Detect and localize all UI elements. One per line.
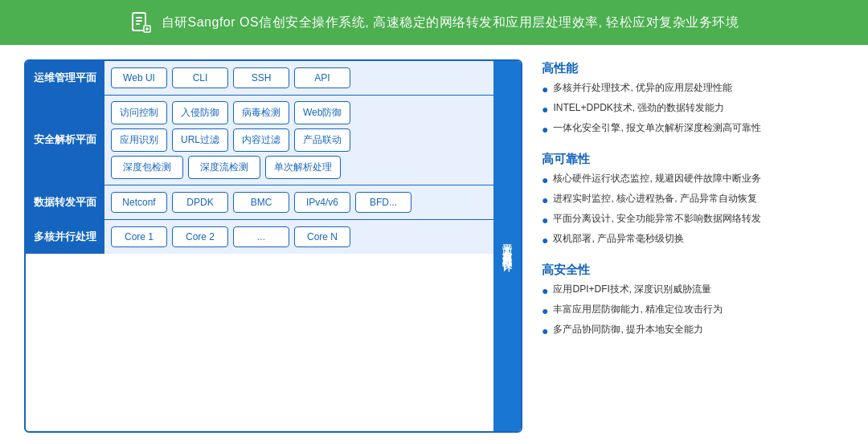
cell-dpdk: DPDK [172, 192, 228, 213]
bullet-icon: ● [542, 323, 548, 340]
top-banner: 自研Sangfor OS信创安全操作系统, 高速稳定的网络转发和应用层处理效率,… [0, 0, 868, 45]
bullet-icon: ● [542, 101, 548, 118]
sec-item-3: ● 多产品协同防御, 提升本地安全能力 [542, 322, 844, 340]
rel-item-1: ● 核心硬件运行状态监控, 规避因硬件故障中断业务 [542, 171, 844, 189]
cell-content-filter: 内容过滤 [233, 128, 289, 152]
perf-item-3: ● 一体化安全引擎, 报文单次解析深度检测高可靠性 [542, 120, 844, 138]
bullet-icon: ● [542, 81, 548, 98]
info-panel: 高性能 ● 多核并行处理技术, 优异的应用层处理性能 ● INTEL+DPDK技… [542, 59, 844, 433]
cell-coreN: Core N [294, 226, 350, 247]
cell-bfd: BFD... [355, 192, 411, 213]
ops-label: 运维管理平面 [26, 61, 104, 95]
cell-cli: CLI [172, 67, 228, 88]
rel-item-4: ● 双机部署, 产品异常毫秒级切换 [542, 231, 844, 249]
data-label: 数据转发平面 [26, 185, 104, 219]
security-line-3: 深度包检测 深度流检测 单次解析处理 [111, 156, 487, 179]
cell-core1: Core 1 [111, 226, 167, 247]
multicore-cells: Core 1 Core 2 ... Core N [104, 220, 493, 254]
sec-item-1: ● 应用DPI+DFI技术, 深度识别威胁流量 [542, 282, 844, 299]
bullet-icon: ● [542, 303, 548, 320]
perf-item-2: ● INTEL+DPDK技术, 强劲的数据转发能力 [542, 100, 844, 118]
reliability-section: 高可靠性 ● 核心硬件运行状态监控, 规避因硬件故障中断业务 ● 进程实时监控,… [542, 152, 844, 251]
document-icon [129, 11, 152, 34]
performance-title: 高性能 [542, 61, 844, 76]
multicore-label: 多核并行处理 [26, 220, 104, 254]
cell-ips: 入侵防御 [172, 101, 228, 124]
cell-app-id: 应用识别 [111, 128, 167, 152]
cell-linkage: 产品联动 [294, 128, 350, 152]
bullet-icon: ● [542, 212, 548, 229]
multicore-row: 多核并行处理 Core 1 Core 2 ... Core N [26, 220, 493, 254]
cell-single-parse: 单次解析处理 [265, 156, 341, 179]
ops-cells: Web UI CLI SSH API [104, 61, 493, 95]
cell-netconf: Netconf [111, 192, 167, 213]
main-content: 运维管理平面 Web UI CLI SSH API 安全解析平面 访问控制 入侵… [0, 45, 868, 442]
svg-rect-3 [136, 23, 140, 25]
security-info-section: 高安全性 ● 应用DPI+DFI技术, 深度识别威胁流量 ● 丰富应用层防御能力… [542, 263, 844, 342]
security-label: 安全解析平面 [26, 96, 104, 185]
cell-ipv4v6: IPv4/v6 [294, 192, 350, 213]
cell-webui: Web UI [111, 67, 167, 88]
banner-text: 自研Sangfor OS信创安全操作系统, 高速稳定的网络转发和应用层处理效率,… [162, 14, 739, 31]
cell-bmc: BMC [233, 192, 289, 213]
cell-core-dots: ... [233, 226, 289, 247]
rel-item-3: ● 平面分离设计, 安全功能异常不影响数据网络转发 [542, 211, 844, 229]
cell-ssh: SSH [233, 67, 289, 88]
data-row: 数据转发平面 Netconf DPDK BMC IPv4/v6 BFD... [26, 185, 493, 220]
ops-row: 运维管理平面 Web UI CLI SSH API [26, 61, 493, 96]
cell-core2: Core 2 [172, 226, 228, 247]
architecture-diagram: 运维管理平面 Web UI CLI SSH API 安全解析平面 访问控制 入侵… [24, 59, 522, 433]
bullet-icon: ● [542, 121, 548, 138]
perf-item-1: ● 多核并行处理技术, 优异的应用层处理性能 [542, 80, 844, 98]
cell-url-filter: URL过滤 [172, 128, 228, 152]
rel-item-2: ● 进程实时监控, 核心进程热备, 产品异常自动恢复 [542, 191, 844, 209]
cell-av: 病毒检测 [233, 101, 289, 124]
bullet-icon: ● [542, 232, 548, 249]
security-line-1: 访问控制 入侵防御 病毒检测 Web防御 [111, 101, 487, 124]
cell-access-control: 访问控制 [111, 101, 167, 124]
reliability-title: 高可靠性 [542, 152, 844, 167]
security-cells: 访问控制 入侵防御 病毒检测 Web防御 应用识别 URL过滤 内容过滤 产品联… [104, 96, 493, 185]
cell-deep-packet: 深度包检测 [111, 156, 183, 179]
security-row: 安全解析平面 访问控制 入侵防御 病毒检测 Web防御 应用识别 URL过滤 内… [26, 96, 493, 185]
cell-waf: Web防御 [294, 101, 350, 124]
bullet-icon: ● [542, 283, 548, 299]
data-cells: Netconf DPDK BMC IPv4/v6 BFD... [104, 185, 493, 219]
security-line-2: 应用识别 URL过滤 内容过滤 产品联动 [111, 128, 487, 152]
bullet-icon: ● [542, 172, 548, 189]
side-label: 平面分离解耦设计 [493, 61, 521, 431]
bullet-icon: ● [542, 192, 548, 209]
security-info-title: 高安全性 [542, 263, 844, 278]
cell-deep-flow: 深度流检测 [188, 156, 260, 179]
sec-item-2: ● 丰富应用层防御能力, 精准定位攻击行为 [542, 302, 844, 320]
performance-section: 高性能 ● 多核并行处理技术, 优异的应用层处理性能 ● INTEL+DPDK技… [542, 61, 844, 141]
svg-rect-2 [136, 20, 142, 22]
svg-rect-1 [136, 17, 142, 18]
cell-api: API [294, 67, 350, 88]
diagram-inner: 运维管理平面 Web UI CLI SSH API 安全解析平面 访问控制 入侵… [26, 61, 521, 254]
